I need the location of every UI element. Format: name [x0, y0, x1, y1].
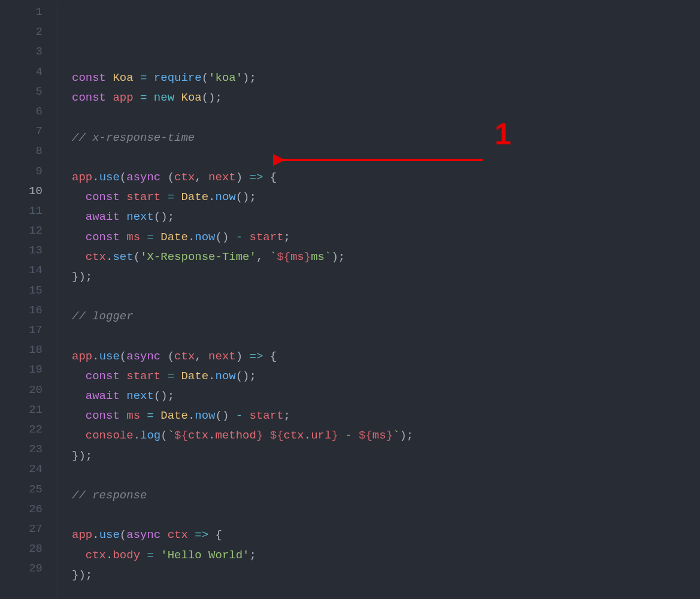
- line-number-gutter: 1234567891011121314151617181920212223242…: [0, 2, 57, 599]
- token-func: next: [126, 389, 154, 403]
- token-op: =: [168, 190, 174, 204]
- token-plain: [140, 549, 147, 562]
- token-op: =: [168, 370, 174, 383]
- token-plain: [72, 409, 86, 422]
- token-plain: );: [243, 71, 256, 84]
- code-line[interactable]: const ms = Date.now() - start;: [72, 406, 700, 426]
- line-number: 3: [0, 42, 43, 62]
- token-ident: ctx: [188, 429, 208, 442]
- token-plain: {: [263, 171, 277, 184]
- token-ident: method: [216, 429, 256, 442]
- token-plain: .: [208, 190, 215, 204]
- token-ident: app: [113, 91, 133, 104]
- token-comm: // response: [72, 489, 147, 502]
- token-plain: [160, 190, 167, 204]
- token-plain: {: [263, 350, 277, 363]
- token-func: use: [99, 171, 120, 184]
- token-ident: app: [72, 171, 92, 184]
- code-line[interactable]: });: [72, 267, 700, 287]
- token-plain: [72, 210, 86, 223]
- code-line[interactable]: ctx.set('X-Response-Time', `${ms}ms`);: [72, 247, 700, 267]
- token-kw: await: [86, 210, 120, 223]
- code-area[interactable]: 1 const Koa = require('koa');const app =…: [57, 2, 700, 599]
- code-line[interactable]: });: [72, 446, 700, 466]
- token-str: [263, 429, 269, 442]
- token-ident: next: [208, 171, 236, 184]
- token-plain: [72, 429, 86, 442]
- token-op: =: [147, 549, 153, 562]
- code-line[interactable]: // logger: [72, 307, 700, 326]
- token-kw: const: [86, 409, 120, 422]
- token-func: next: [126, 210, 154, 223]
- token-class: Koa: [181, 91, 201, 104]
- token-class: Date: [181, 190, 208, 204]
- token-plain: [154, 231, 160, 244]
- token-plain: (: [202, 71, 208, 84]
- token-plain: {: [208, 528, 222, 541]
- line-number: 11: [0, 201, 43, 221]
- token-func: set: [113, 250, 133, 264]
- code-line[interactable]: app.use(async (ctx, next) => {: [72, 347, 700, 367]
- code-line[interactable]: app.use(async ctx => {: [72, 525, 700, 545]
- code-line[interactable]: const Koa = require('koa');: [72, 68, 700, 88]
- token-plain: [72, 389, 86, 403]
- token-plain: [140, 231, 147, 244]
- token-plain: });: [72, 449, 92, 462]
- code-line[interactable]: // response: [72, 486, 700, 506]
- code-line[interactable]: // x-response-time: [72, 128, 700, 148]
- token-plain: (: [134, 250, 140, 264]
- code-line[interactable]: ctx.body = 'Hello World';: [72, 546, 700, 565]
- code-line[interactable]: const app = new Koa();: [72, 88, 700, 108]
- line-number: 22: [0, 420, 43, 440]
- line-number: 25: [0, 480, 43, 500]
- code-line[interactable]: });: [72, 565, 700, 585]
- code-line[interactable]: [72, 108, 700, 128]
- code-line[interactable]: [72, 585, 700, 599]
- token-plain: [120, 370, 126, 383]
- token-func: log: [140, 429, 160, 442]
- token-plain: ): [236, 350, 250, 363]
- token-plain: ,: [256, 250, 270, 264]
- token-plain: [140, 409, 147, 422]
- token-plain: .: [134, 429, 140, 442]
- code-line[interactable]: [72, 326, 700, 346]
- code-line[interactable]: await next();: [72, 207, 700, 227]
- line-number: 5: [0, 82, 43, 102]
- code-line[interactable]: [72, 287, 700, 307]
- token-plain: [160, 528, 167, 541]
- token-ident: ctx: [174, 350, 195, 363]
- code-line[interactable]: [72, 466, 700, 486]
- code-line[interactable]: app.use(async (ctx, next) => {: [72, 168, 700, 187]
- token-plain: (: [120, 171, 126, 184]
- code-line[interactable]: [72, 148, 700, 168]
- token-str: -: [338, 429, 359, 442]
- line-number: 10: [0, 181, 43, 201]
- code-line[interactable]: [72, 506, 700, 525]
- code-line[interactable]: await next();: [72, 386, 700, 406]
- line-number: 29: [0, 559, 43, 579]
- token-int: ${: [359, 429, 372, 442]
- token-str: ms`: [311, 250, 331, 264]
- code-line[interactable]: const ms = Date.now() - start;: [72, 228, 700, 247]
- code-line[interactable]: const start = Date.now();: [72, 367, 700, 386]
- token-plain: [106, 71, 113, 84]
- token-plain: ();: [236, 190, 256, 204]
- token-plain: ;: [250, 549, 256, 562]
- token-ident: ms: [372, 429, 386, 442]
- token-str: 'Hello World': [160, 549, 249, 562]
- token-plain: ,: [195, 171, 208, 184]
- token-plain: [243, 409, 249, 422]
- token-ident: ctx: [174, 171, 195, 184]
- token-plain: (): [216, 409, 236, 422]
- token-func: now: [215, 370, 235, 383]
- token-plain: [174, 91, 181, 104]
- token-plain: (): [216, 231, 236, 244]
- token-plain: .: [92, 350, 99, 363]
- token-plain: ();: [202, 91, 222, 104]
- token-plain: .: [304, 429, 311, 442]
- token-plain: [120, 210, 126, 223]
- token-ident: ctx: [168, 528, 188, 541]
- code-line[interactable]: const start = Date.now();: [72, 187, 700, 207]
- code-line[interactable]: console.log(`${ctx.method} ${ctx.url} - …: [72, 426, 700, 446]
- token-op: =: [140, 71, 147, 84]
